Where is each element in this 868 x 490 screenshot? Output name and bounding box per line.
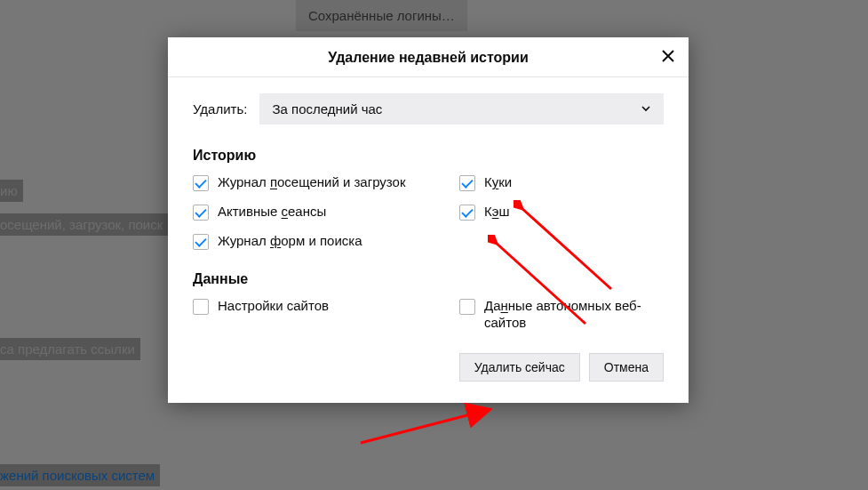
offline-data-checkbox[interactable] (459, 299, 475, 315)
dialog-buttons: Удалить сейчас Отмена (193, 353, 664, 382)
time-range-value: За последний час (272, 101, 382, 116)
chevron-down-icon (641, 101, 651, 116)
delete-now-button[interactable]: Удалить сейчас (459, 353, 580, 382)
sessions-checkbox[interactable] (193, 205, 209, 221)
data-grid: Настройки сайтов Данные автономных веб-с… (193, 298, 664, 332)
section-data-title: Данные (193, 271, 664, 287)
sessions-label: Активные сеансы (218, 204, 326, 221)
offline-data-label: Данные автономных веб-сайтов (484, 298, 664, 332)
site-settings-checkbox[interactable] (193, 299, 209, 315)
cookies-checkbox[interactable] (459, 175, 475, 191)
close-icon (662, 50, 674, 66)
time-range-label: Удалить: (193, 101, 247, 116)
time-range-row: Удалить: За последний час (193, 93, 664, 125)
site-settings-label: Настройки сайтов (218, 298, 329, 315)
clear-history-dialog: Удаление недавней истории Удалить: За по… (168, 37, 689, 403)
section-history-title: Историю (193, 148, 664, 164)
browsing-history-label: Журнал посещений и загрузок (218, 174, 405, 191)
dialog-title: Удаление недавней истории (328, 50, 529, 65)
time-range-select[interactable]: За последний час (259, 93, 664, 125)
checkbox-row-sessions: Активные сеансы (193, 204, 459, 221)
browsing-history-checkbox[interactable] (193, 175, 209, 191)
close-button[interactable] (653, 43, 683, 73)
checkbox-row-forms: Журнал форм и поиска (193, 233, 459, 250)
history-grid: Журнал посещений и загрузок Куки Активны… (193, 174, 664, 250)
cache-label: Кэш (484, 204, 509, 221)
cancel-button[interactable]: Отмена (589, 353, 664, 382)
checkbox-row-offline: Данные автономных веб-сайтов (459, 298, 664, 332)
forms-label: Журнал форм и поиска (218, 233, 362, 250)
checkbox-row-site-settings: Настройки сайтов (193, 298, 459, 332)
checkbox-row-cookies: Куки (459, 174, 664, 191)
cache-checkbox[interactable] (459, 205, 475, 221)
cookies-label: Куки (484, 174, 512, 191)
checkbox-row-browsing: Журнал посещений и загрузок (193, 174, 459, 191)
checkbox-row-cache: Кэш (459, 204, 664, 221)
forms-checkbox[interactable] (193, 234, 209, 250)
dialog-header: Удаление недавней истории (168, 37, 689, 77)
